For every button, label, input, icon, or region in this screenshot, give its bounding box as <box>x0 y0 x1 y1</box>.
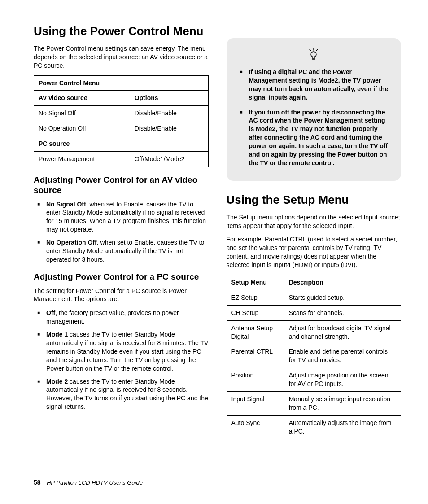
svg-line-2 <box>316 49 318 51</box>
pc-list: Off, the factory preset value, provides … <box>34 309 209 411</box>
list-item: Off, the factory preset value, provides … <box>46 309 209 326</box>
lightbulb-icon <box>236 48 392 62</box>
svg-line-1 <box>310 49 311 51</box>
svg-point-5 <box>311 52 316 57</box>
table-row: No Signal Off Disable/Enable <box>34 106 209 121</box>
heading-setup-menu: Using the Setup Menu <box>227 193 402 207</box>
pc-intro: The setting for Power Control for a PC s… <box>34 287 209 304</box>
right-column: If using a digital PC and the Power Mana… <box>227 25 402 447</box>
setup-p1: The Setup menu options depend on the sel… <box>227 213 402 230</box>
col-header-options: Options <box>130 91 208 106</box>
setup-menu-table: Setup Menu Description EZ SetupStarts gu… <box>227 275 402 439</box>
note-list: If using a digital PC and the Power Mana… <box>236 68 392 167</box>
left-column: Using the Power Control Menu The Power C… <box>34 25 209 447</box>
table-row: Input SignalManually sets image input re… <box>227 392 401 416</box>
heading-power-control: Using the Power Control Menu <box>34 25 209 38</box>
table-row: PositionAdjust image position on the scr… <box>227 368 401 392</box>
av-list: No Signal Off, when set to Enable, cause… <box>34 200 209 264</box>
page-number: 58 <box>34 479 41 486</box>
col-header-av: AV video source <box>34 91 130 106</box>
table-row: EZ SetupStarts guided setup. <box>227 290 401 305</box>
table-row: Auto SyncAutomatically adjusts the image… <box>227 415 401 439</box>
table-row: Parental CTRLEnable and define parental … <box>227 344 401 368</box>
note-box: If using a digital PC and the Power Mana… <box>227 38 402 181</box>
heading-pc-adjust: Adjusting Power Control for a PC source <box>34 272 209 282</box>
list-item: Mode 1 causes the TV to enter Standby Mo… <box>46 330 209 373</box>
table-row: No Operation Off Disable/Enable <box>34 121 209 136</box>
list-item: No Operation Off, when set to Enable, ca… <box>46 238 209 264</box>
col-header-pc: PC source <box>34 136 130 152</box>
list-item: No Signal Off, when set to Enable, cause… <box>46 200 209 234</box>
page-columns: Using the Power Control Menu The Power C… <box>34 25 401 447</box>
power-control-table: Power Control Menu AV video source Optio… <box>34 75 209 167</box>
note-item: If you turn off the power by disconnecti… <box>249 108 392 167</box>
setup-p2: For example, Parental CTRL (used to sele… <box>227 235 402 269</box>
col-header-desc: Description <box>284 275 401 290</box>
intro-paragraph: The Power Control menu settings can save… <box>34 44 209 70</box>
table-row: CH SetupScans for channels. <box>227 305 401 320</box>
heading-av-adjust: Adjusting Power Control for an AV video … <box>34 175 209 196</box>
col-header-setup: Setup Menu <box>227 275 284 290</box>
table-row: Antenna Setup – DigitalAdjust for broadc… <box>227 320 401 344</box>
table-title: Power Control Menu <box>34 75 209 91</box>
list-item: Mode 2 causes the TV to enter Standby Mo… <box>46 377 209 412</box>
note-item: If using a digital PC and the Power Mana… <box>249 68 392 102</box>
page-footer: 58 HP Pavilion LCD HDTV User's Guide <box>34 478 143 487</box>
table-row: Power Management Off/Mode1/Mode2 <box>34 152 209 167</box>
footer-title: HP Pavilion LCD HDTV User's Guide <box>47 479 143 486</box>
